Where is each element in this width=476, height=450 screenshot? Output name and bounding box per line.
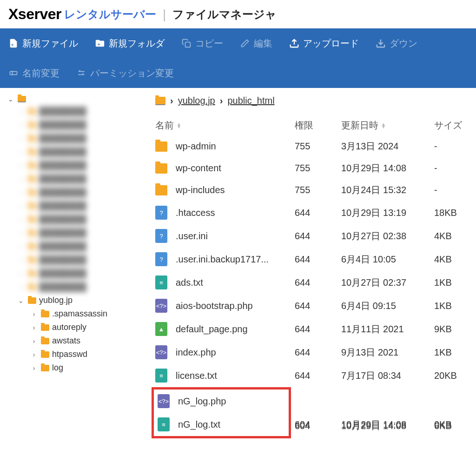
file-name: default_page.png bbox=[176, 324, 248, 335]
upload-icon bbox=[289, 38, 299, 48]
folder-tree: ⌄ ›████████›████████›████████›████████›█… bbox=[0, 88, 149, 445]
download-icon bbox=[376, 38, 386, 48]
file-perm: 755 bbox=[295, 163, 341, 174]
file-perm: 644 bbox=[295, 324, 341, 335]
file-size: 18KB bbox=[434, 208, 476, 218]
column-header-name[interactable]: 名前 ▲▼ bbox=[155, 119, 295, 132]
chevron-right-icon[interactable]: › bbox=[30, 337, 38, 345]
file-date: 10月29日 13:19 bbox=[341, 207, 434, 219]
toolbar-label: コピー bbox=[195, 37, 223, 50]
tree-item-hidden: ›████████ bbox=[4, 199, 145, 213]
tree-item-spamassassin[interactable]: ›.spamassassin bbox=[4, 307, 145, 321]
file-date: 3月13日 2024 bbox=[341, 140, 434, 153]
column-header-size[interactable]: サイズ bbox=[434, 119, 476, 132]
xserver-logo: Xserver bbox=[8, 6, 61, 23]
svg-text:+: + bbox=[98, 41, 100, 47]
toolbar-upload-button[interactable]: アップロード bbox=[289, 37, 359, 50]
file-row[interactable]: ▲default_page.png64411月11日 20219KB bbox=[155, 317, 476, 341]
file-name: aios-bootstrap.php bbox=[176, 301, 253, 311]
pencil-icon bbox=[240, 38, 250, 48]
chevron-down-icon[interactable]: ⌄ bbox=[7, 95, 15, 103]
folder-icon bbox=[155, 185, 167, 195]
file-row[interactable]: ?.user.ini.backup1717...6446月4日 10:054KB bbox=[155, 248, 476, 271]
tree-item-label: log bbox=[52, 363, 63, 373]
table-header: 名前 ▲▼ 権限 更新日時 ▲▼ サイズ bbox=[155, 115, 476, 135]
file-name: nG_log.txt bbox=[178, 419, 220, 430]
file-row[interactable]: wp-admin7553月13日 2024- bbox=[155, 135, 476, 157]
file-size: 1KB bbox=[434, 301, 476, 311]
folder-plus-icon: + bbox=[95, 38, 105, 48]
tree-item-yublogjp[interactable]: ⌄yublog.jp bbox=[4, 294, 145, 307]
tree-item-label: yublog.jp bbox=[39, 296, 73, 305]
tree-item-htpasswd[interactable]: ›htpasswd bbox=[4, 348, 145, 361]
file-name: .htaccess bbox=[176, 208, 215, 218]
file-row[interactable]: ≡license.txt6447月17日 08:3420KB bbox=[155, 364, 476, 387]
tree-item-log[interactable]: ›log bbox=[4, 361, 145, 375]
file-size: 4KB bbox=[434, 254, 476, 265]
file-row[interactable]: <?>index.php6449月13日 20211KB bbox=[155, 341, 476, 364]
file-date: 6月4日 10:05 bbox=[341, 253, 434, 266]
toolbar-label: 新規ファイル bbox=[22, 37, 78, 50]
file-row[interactable]: <?>nG_log.php bbox=[156, 390, 287, 413]
php-icon: <?> bbox=[155, 345, 167, 359]
breadcrumb-item-0[interactable]: yublog.jp bbox=[178, 95, 215, 106]
file-row[interactable]: wp-content75510月29日 14:08- bbox=[155, 157, 476, 179]
tree-item-awstats[interactable]: ›awstats bbox=[4, 334, 145, 348]
file-name: wp-admin bbox=[176, 141, 216, 152]
file-row[interactable]: ?.user.ini64410月27日 02:384KB bbox=[155, 224, 476, 248]
file-date: 10月29日 14:08 bbox=[341, 420, 434, 432]
file-name: .user.ini.backup1717... bbox=[176, 254, 269, 265]
sort-icon: ▲▼ bbox=[381, 123, 386, 128]
chevron-right-icon[interactable]: › bbox=[30, 364, 38, 372]
txt-icon: ≡ bbox=[158, 417, 170, 431]
tree-root[interactable]: ⌄ bbox=[4, 94, 145, 105]
img-icon: ▲ bbox=[155, 322, 167, 336]
chevron-right-icon[interactable]: › bbox=[30, 324, 38, 331]
tree-item-hidden: ›████████ bbox=[4, 253, 145, 267]
file-size: - bbox=[434, 163, 476, 174]
column-header-perm[interactable]: 権限 bbox=[295, 119, 341, 132]
file-row[interactable]: ≡ads.txt64410月27日 02:371KB bbox=[155, 271, 476, 294]
chevron-right-icon[interactable]: › bbox=[30, 310, 38, 318]
toolbar-file-plus-button[interactable]: +新規ファイル bbox=[8, 37, 78, 50]
file-perm: 604 bbox=[295, 421, 341, 431]
toolbar-folder-plus-button[interactable]: +新規フォルダ bbox=[95, 37, 165, 50]
tree-item-hidden: ›████████ bbox=[4, 186, 145, 199]
file-date: 11月11日 2021 bbox=[341, 323, 434, 336]
file-name: index.php bbox=[176, 347, 216, 358]
folder-icon bbox=[41, 311, 49, 317]
toolbar-label: 新規フォルダ bbox=[109, 37, 165, 50]
file-row[interactable]: wp-includes75510月24日 15:32- bbox=[155, 179, 476, 201]
breadcrumb-item-1[interactable]: public_html bbox=[227, 95, 274, 106]
chevron-down-icon[interactable]: ⌄ bbox=[17, 297, 25, 304]
file-row[interactable]: ?.htaccess64410月29日 13:1918KB bbox=[155, 201, 476, 224]
header-divider: | bbox=[163, 7, 166, 22]
chevron-right-icon[interactable]: › bbox=[30, 351, 38, 358]
sort-icon: ▲▼ bbox=[177, 123, 181, 128]
folder-icon bbox=[28, 297, 36, 304]
file-date: 10月24日 15:32 bbox=[341, 184, 434, 196]
file-date: 6月4日 09:15 bbox=[341, 300, 434, 312]
tree-item-label: autoreply bbox=[52, 322, 86, 332]
file-date: 10月27日 02:38 bbox=[341, 230, 434, 242]
php-icon: <?> bbox=[155, 299, 167, 313]
file-row[interactable]: ≡nG_log.txt bbox=[156, 413, 287, 436]
tree-item-label: .spamassassin bbox=[52, 309, 107, 319]
txt-icon: ≡ bbox=[155, 369, 167, 383]
toolbar-label: アップロード bbox=[303, 37, 359, 50]
tree-item-hidden: ›████████ bbox=[4, 132, 145, 145]
file-size: 6KB bbox=[434, 421, 476, 431]
toolbar-row-2: 名前変更パーミッション変更 bbox=[8, 58, 468, 88]
server-folder-icon bbox=[18, 96, 26, 102]
file-size: 4KB bbox=[434, 231, 476, 242]
tree-item-hidden: ›████████ bbox=[4, 105, 145, 118]
tree-item-autoreply[interactable]: ›autoreply bbox=[4, 321, 145, 334]
breadcrumb-folder-icon bbox=[155, 97, 165, 105]
folder-icon bbox=[41, 351, 49, 358]
file-size: - bbox=[434, 141, 476, 152]
column-header-date[interactable]: 更新日時 ▲▼ bbox=[341, 119, 434, 132]
permission-icon bbox=[76, 68, 86, 78]
file-size: 9KB bbox=[434, 324, 476, 335]
toolbar-label: 編集 bbox=[254, 37, 272, 50]
file-row[interactable]: <?>aios-bootstrap.php6446月4日 09:151KB bbox=[155, 294, 476, 317]
